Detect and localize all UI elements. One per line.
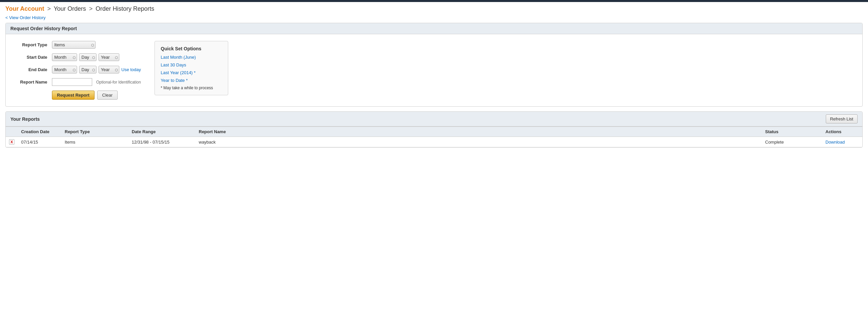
status-cell: Complete [762,137,822,147]
breadcrumb-your-account[interactable]: Your Account [5,5,44,12]
col-header-actions: Actions [822,127,862,137]
download-link[interactable]: Download [826,140,845,145]
end-date-row: End Date Month January February March Ap… [10,66,141,74]
refresh-list-button[interactable]: Refresh List [826,114,858,123]
report-type-label: Report Type [10,42,47,47]
end-date-controls: Month January February March April May J… [52,66,141,74]
end-year-wrapper: Year [98,66,119,74]
quick-set-last-year[interactable]: Last Year (2014) * [161,70,222,75]
request-panel-title: Request Order History Report [10,26,77,31]
col-header-status: Status [762,127,822,137]
breadcrumb: Your Account > Your Orders > Order Histo… [0,2,868,15]
reports-panel: Your Reports Refresh List Creation Date … [5,111,863,148]
end-year-select[interactable]: Year [98,66,119,74]
request-panel-body: Report Type Items Orders Shipments Refun… [6,34,862,106]
form-buttons: Request Report Clear [52,91,141,100]
view-order-history-area: < View Order History [0,15,868,23]
quick-set-title: Quick Set Options [161,46,222,51]
end-day-wrapper: Day [79,66,96,74]
reports-table: Creation Date Report Type Date Range Rep… [6,126,862,147]
request-report-button[interactable]: Request Report [52,91,94,100]
use-today-link[interactable]: Use today [121,67,141,72]
report-type-controls: Items Orders Shipments Refunds Returns [52,41,95,49]
breadcrumb-sep2: > [89,5,93,12]
report-name-row: Report Name Optional-for Identification [10,78,141,86]
quick-set-last-month[interactable]: Last Month (June) [161,55,222,60]
delete-cell: X [6,137,18,147]
table-row: X 07/14/15 Items 12/31/98 - 07/15/15 way… [6,137,862,147]
quick-set-last-30-days[interactable]: Last 30 Days [161,62,222,67]
report-name-controls: Optional-for Identification [52,78,141,86]
reports-table-body: X 07/14/15 Items 12/31/98 - 07/15/15 way… [6,137,862,147]
report-type-row: Report Type Items Orders Shipments Refun… [10,41,141,49]
reports-table-container: Creation Date Report Type Date Range Rep… [6,126,862,147]
actions-cell: Download [822,137,862,147]
start-day-wrapper: Day [79,53,96,61]
col-header-date-range: Date Range [128,127,195,137]
start-month-wrapper: Month January February March April May J… [52,53,77,61]
col-header-report-type: Report Type [61,127,128,137]
start-month-select[interactable]: Month January February March April May J… [52,53,77,61]
report-name-input[interactable] [52,78,92,86]
form-fields: Report Type Items Orders Shipments Refun… [10,41,141,100]
end-day-select[interactable]: Day [79,66,96,74]
report-name-cell: wayback [195,137,762,147]
end-month-select[interactable]: Month January February March April May J… [52,66,77,74]
report-type-cell: Items [61,137,128,147]
request-panel: Request Order History Report Report Type… [5,23,863,107]
quick-set-note: * May take a while to process [161,86,222,90]
table-header-row: Creation Date Report Type Date Range Rep… [6,127,862,137]
clear-button[interactable]: Clear [97,91,118,100]
report-type-select[interactable]: Items Orders Shipments Refunds Returns [52,41,95,49]
col-header-report-name: Report Name [195,127,762,137]
request-panel-header: Request Order History Report [6,23,862,34]
start-year-select[interactable]: Year [98,53,119,61]
creation-date-cell: 07/14/15 [18,137,61,147]
col-header-check [6,127,18,137]
start-day-select[interactable]: Day [79,53,96,61]
breadcrumb-current: Order History Reports [95,5,154,12]
start-date-label: Start Date [10,55,47,60]
report-name-label: Report Name [10,80,47,85]
quick-set-year-to-date[interactable]: Year to Date * [161,78,222,83]
reports-panel-title: Your Reports [10,116,40,122]
view-order-history-link[interactable]: < View Order History [5,15,45,20]
date-range-cell: 12/31/98 - 07/15/15 [128,137,195,147]
breadcrumb-sep1: > [47,5,51,12]
col-header-creation-date: Creation Date [18,127,61,137]
reports-panel-header: Your Reports Refresh List [6,112,862,126]
form-section: Report Type Items Orders Shipments Refun… [10,41,858,100]
quick-set-box: Quick Set Options Last Month (June) Last… [155,41,228,95]
start-year-wrapper: Year [98,53,119,61]
start-date-controls: Month January February March April May J… [52,53,119,61]
start-date-row: Start Date Month January February March … [10,53,141,61]
delete-icon[interactable]: X [9,139,14,145]
end-date-label: End Date [10,67,47,72]
report-type-select-wrapper: Items Orders Shipments Refunds Returns [52,41,95,49]
optional-text: Optional-for Identification [96,80,141,85]
breadcrumb-your-orders: Your Orders [54,5,86,12]
end-month-wrapper: Month January February March April May J… [52,66,77,74]
